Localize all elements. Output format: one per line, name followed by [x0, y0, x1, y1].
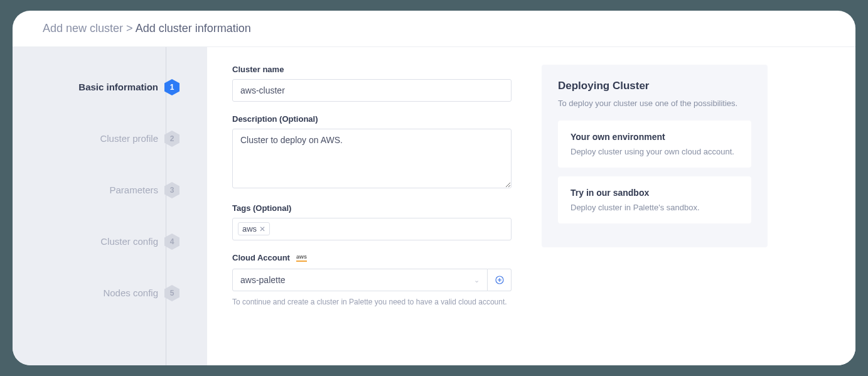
step-hex-icon: 5	[164, 285, 179, 301]
description-label: Description (Optional)	[232, 114, 512, 124]
cloud-account-helper: To continue and create a cluster in Pale…	[232, 296, 512, 308]
cluster-name-label: Cluster name	[232, 65, 512, 74]
info-card-desc: Deploy cluster in Palette's sandbox.	[571, 203, 739, 212]
breadcrumb-separator: >	[126, 22, 133, 35]
info-card-own-environment[interactable]: Your own environment Deploy cluster usin…	[558, 121, 751, 168]
cloud-account-selected: aws-palette	[240, 275, 286, 285]
step-label: Basic information	[78, 82, 158, 92]
tag-remove-icon[interactable]: ✕	[259, 225, 265, 234]
info-card-sandbox[interactable]: Try in our sandbox Deploy cluster in Pal…	[558, 176, 751, 223]
form-group-cloud-account: Cloud Account aws aws-palette ⌄	[232, 253, 512, 308]
header: Add new cluster > Add cluster informatio…	[13, 11, 855, 47]
step-label: Parameters	[109, 185, 158, 195]
step-nodes-config[interactable]: Nodes config 5	[13, 287, 207, 298]
cloud-account-select[interactable]: aws-palette ⌄	[232, 269, 488, 291]
main-panel: Cluster name Description (Optional) Clus…	[207, 47, 855, 365]
description-textarea[interactable]: Cluster to deploy on AWS.	[232, 129, 512, 188]
tags-label: Tags (Optional)	[232, 203, 512, 213]
step-hex-icon: 4	[164, 234, 179, 250]
breadcrumb-parent[interactable]: Add new cluster	[43, 22, 123, 35]
form-group-cluster-name: Cluster name	[232, 65, 512, 102]
aws-logo-icon: aws	[296, 254, 307, 262]
step-hex-icon: 3	[164, 182, 179, 198]
info-title: Deploying Cluster	[558, 80, 751, 92]
step-label: Cluster config	[100, 236, 158, 247]
step-cluster-config[interactable]: Cluster config 4	[13, 236, 207, 247]
window: Add new cluster > Add cluster informatio…	[13, 11, 855, 365]
info-subtitle: To deploy your cluster use one of the po…	[558, 99, 751, 108]
chevron-down-icon: ⌄	[474, 276, 480, 284]
breadcrumb: Add new cluster > Add cluster informatio…	[43, 22, 825, 35]
tag-chip: aws ✕	[238, 222, 270, 235]
cloud-account-label: Cloud Account	[232, 253, 290, 262]
plus-circle-icon	[495, 276, 504, 284]
info-card-title: Try in our sandbox	[571, 188, 739, 198]
tag-text: aws	[242, 224, 257, 234]
step-hex-icon: 2	[164, 131, 179, 147]
cluster-name-input[interactable]	[232, 79, 512, 102]
breadcrumb-current: Add cluster information	[136, 22, 251, 35]
step-cluster-profile[interactable]: Cluster profile 2	[13, 133, 207, 144]
content: Basic information 1 Cluster profile 2 Pa…	[13, 47, 855, 365]
step-basic-information[interactable]: Basic information 1	[13, 82, 207, 92]
info-card-desc: Deploy cluster using your own cloud acco…	[571, 147, 739, 156]
form-group-description: Description (Optional) Cluster to deploy…	[232, 114, 512, 191]
step-label: Cluster profile	[100, 133, 158, 144]
tags-input[interactable]: aws ✕	[232, 218, 512, 240]
add-cloud-account-button[interactable]	[488, 269, 512, 291]
step-hex-icon: 1	[164, 79, 179, 95]
form-group-tags: Tags (Optional) aws ✕	[232, 203, 512, 240]
form-area: Cluster name Description (Optional) Clus…	[232, 65, 512, 365]
info-panel: Deploying Cluster To deploy your cluster…	[542, 65, 768, 247]
step-parameters[interactable]: Parameters 3	[13, 185, 207, 195]
info-card-title: Your own environment	[571, 132, 739, 142]
steps-sidebar: Basic information 1 Cluster profile 2 Pa…	[13, 47, 207, 365]
step-label: Nodes config	[103, 287, 158, 298]
